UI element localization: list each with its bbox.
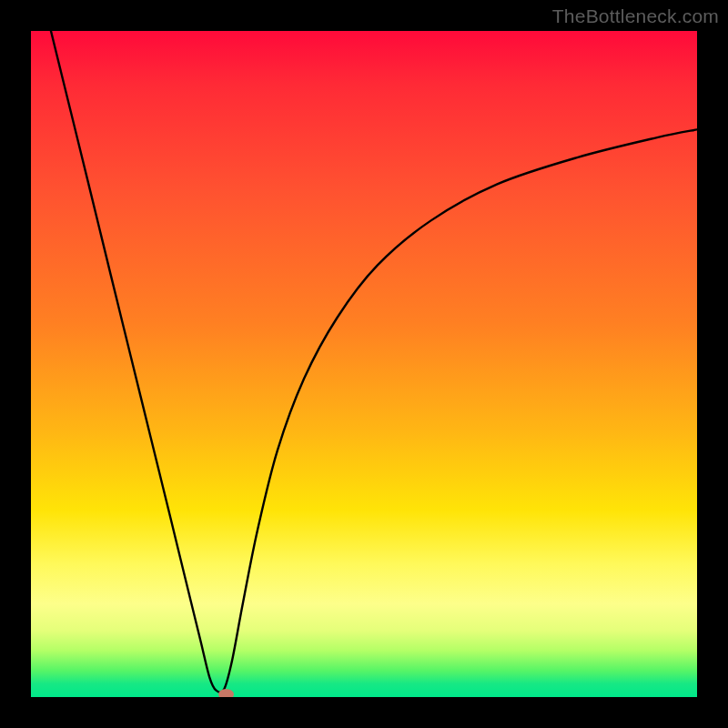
vertex-marker — [218, 689, 234, 697]
chart-stage: TheBottleneck.com — [0, 0, 728, 728]
plot-area — [31, 31, 697, 697]
bottleneck-curve — [31, 31, 697, 697]
watermark-text: TheBottleneck.com — [552, 5, 719, 27]
